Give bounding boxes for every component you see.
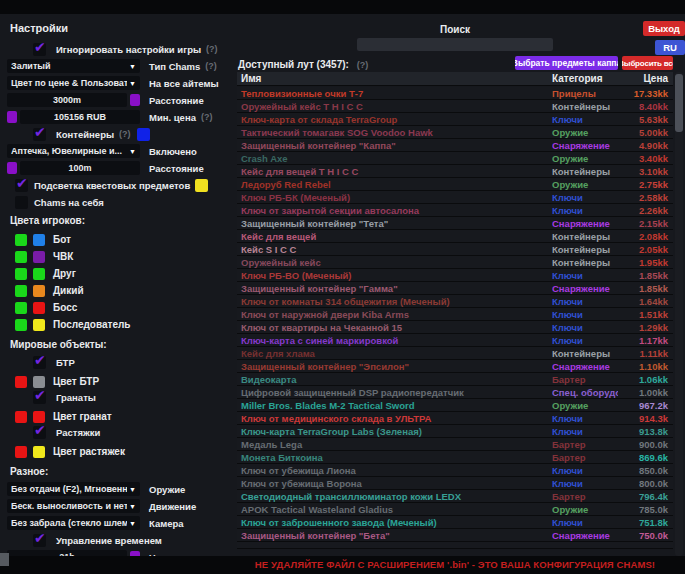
table-row[interactable]: Ключ от комнаты 314 общежития (Меченый)К… <box>237 295 673 308</box>
item-price: 1.51kk <box>618 309 673 320</box>
player-base-color-chip[interactable] <box>15 268 27 280</box>
table-row[interactable]: Ключ от заброшенного завода (Меченый)Клю… <box>237 516 673 529</box>
included-categories-dropdown[interactable]: Аптечка, Ювелирные и... ▼ <box>7 144 140 158</box>
player-base-color-chip[interactable] <box>15 251 27 263</box>
item-category: Ключи <box>552 478 618 489</box>
table-row[interactable]: Оружейный кейс T H I C CКонтейнеры8.40kk <box>237 100 673 113</box>
player-base-color-chip[interactable] <box>15 234 27 246</box>
world-object-checkbox[interactable]: ✔ <box>33 391 46 404</box>
table-row[interactable]: Ключ РБ-ВО (Меченый)Ключи1.85kk <box>237 269 673 282</box>
table-row[interactable]: Кейс для хламаКонтейнеры1.11kk <box>237 347 673 360</box>
item-price: 3.40kk <box>618 153 673 164</box>
table-row[interactable]: Ключ-карта от склада TerraGroupКлючи5.63… <box>237 113 673 126</box>
table-row[interactable]: Светодиодный трансиллюминатор кожи LEDXБ… <box>237 490 673 503</box>
language-button[interactable]: RU <box>655 40 685 55</box>
table-row[interactable]: Кейс для вещей T H I C CКонтейнеры3.10kk <box>237 165 673 178</box>
world-object-checkbox[interactable]: ✔ <box>33 426 46 439</box>
chams-self-checkbox[interactable]: ✔ <box>15 196 28 209</box>
table-row[interactable]: Кейс S I C CКонтейнеры2.05kk <box>237 243 673 256</box>
table-row[interactable]: Цифровой защищенный DSP радиопередатчикС… <box>237 386 673 399</box>
player-color-label: Последователь <box>53 319 131 330</box>
player-color-chip[interactable] <box>33 319 45 331</box>
table-scrollbar[interactable] <box>675 72 683 556</box>
all-items-mode-dropdown[interactable]: Цвет по цене & Пользователь ▼ <box>7 76 140 90</box>
player-color-chip[interactable] <box>33 302 45 314</box>
table-row[interactable]: Защищенный контейнер "Эпсилон"Снаряжение… <box>237 360 673 373</box>
table-row[interactable]: APOK Tactical Wasteland GladiusОружие785… <box>237 503 673 516</box>
player-color-chip[interactable] <box>33 234 45 246</box>
chams-type-dropdown[interactable]: Залитый ▼ <box>7 59 140 73</box>
table-row[interactable]: Монета БиткоинаБартер869.6k <box>237 451 673 464</box>
world-object-color-chip[interactable] <box>15 411 27 423</box>
item-category: Бартер <box>552 452 618 463</box>
misc-dropdown[interactable]: Без забрала (стекло шлема)▼ <box>7 516 140 530</box>
table-row[interactable]: Ключ от закрытой секции автосалонаКлючи2… <box>237 204 673 217</box>
distance-color-chip[interactable] <box>130 94 140 106</box>
player-color-chip[interactable] <box>33 251 45 263</box>
world-object-checkbox[interactable]: ✔ <box>33 356 46 369</box>
table-row[interactable]: Ледоруб Red RebelОружие2.75kk <box>237 178 673 191</box>
world-object-color-chip[interactable] <box>33 446 45 458</box>
table-row[interactable]: Ключ от убежища ЛионаКлючи850.0k <box>237 464 673 477</box>
min-price-slider[interactable]: 105156 RUB <box>20 110 140 124</box>
table-row[interactable]: Тактический томагавк SOG Voodoo HawkОруж… <box>237 126 673 139</box>
quest-highlight-color-chip[interactable] <box>195 179 208 192</box>
time-control-checkbox[interactable]: ✔ <box>33 534 46 547</box>
discard-all-button[interactable]: Выбросить все <box>622 56 673 70</box>
quest-highlight-checkbox[interactable]: ✔ <box>15 179 28 192</box>
table-row[interactable]: Медаль LegaБартер900.0k <box>237 438 673 451</box>
table-row[interactable]: Ключ от квартиры на Чеканной 15Ключи1.29… <box>237 321 673 334</box>
all-items-mode-value: Цвет по цене & Пользователь <box>11 78 127 88</box>
world-object-color-chip[interactable] <box>15 446 27 458</box>
table-row[interactable]: Ключ-карта TerraGroup Labs (Зеленая)Ключ… <box>237 425 673 438</box>
chevron-down-icon: ▼ <box>129 80 136 87</box>
help-hint: (?) <box>119 129 131 139</box>
containers-checkbox[interactable]: ✔ <box>33 128 46 141</box>
table-row[interactable]: Crash AxeОружие3.40kk <box>237 152 673 165</box>
item-category: Ключи <box>552 465 618 476</box>
player-base-color-chip[interactable] <box>15 285 27 297</box>
chevron-down-icon: ▼ <box>129 520 136 527</box>
table-row[interactable]: ВидеокартаБартер1.06kk <box>237 373 673 386</box>
table-row[interactable]: Кейс для вещейКонтейнеры2.08kk <box>237 230 673 243</box>
select-kappa-items-button[interactable]: Выбрать предметы каппа <box>515 56 618 70</box>
distance2-color-chip[interactable] <box>7 162 17 174</box>
item-price: 967.2k <box>618 400 673 411</box>
item-name: Ключ от квартиры на Чеканной 15 <box>237 322 552 333</box>
min-price-value: 105156 RUB <box>54 112 106 122</box>
table-row[interactable]: Ключ-карта с синей маркировкойКлючи1.17k… <box>237 334 673 347</box>
player-color-chip[interactable] <box>33 285 45 297</box>
player-base-color-chip[interactable] <box>15 302 27 314</box>
misc-label: Движение <box>149 501 196 512</box>
table-row[interactable]: Защищенный контейнер "Бета"Снаряжение750… <box>237 529 673 542</box>
min-price-color-chip[interactable] <box>7 111 17 123</box>
table-row[interactable]: Ключ от медицинского склада в УЛЬТРАКлюч… <box>237 412 673 425</box>
table-row[interactable]: Оружейный кейсКонтейнеры1.95kk <box>237 256 673 269</box>
search-input[interactable] <box>357 38 553 51</box>
settings-title: Настройки <box>10 22 233 34</box>
misc-dropdown-value: Без отдачи (F2), Мгновенное п <box>11 484 127 494</box>
misc-dropdown[interactable]: Без отдачи (F2), Мгновенное п▼ <box>7 482 140 496</box>
misc-dropdown[interactable]: Беск. выносливость и нет уста▼ <box>7 499 140 513</box>
item-category: Снаряжение <box>552 140 618 151</box>
scrollbar-thumb[interactable] <box>675 74 683 132</box>
table-row[interactable]: Ключ от убежища ВоронаКлючи800.0k <box>237 477 673 490</box>
min-price-label: Мин. цена <box>149 112 196 123</box>
world-object-color-chip[interactable] <box>15 376 27 388</box>
table-row[interactable]: Защищенный контейнер "Каппа"Снаряжение4.… <box>237 139 673 152</box>
ignore-game-settings-checkbox[interactable]: ✔ <box>33 43 46 56</box>
exit-button[interactable]: Выход <box>643 21 685 36</box>
table-row[interactable]: Тепловизионные очки Т-7Прицелы17.33kk <box>237 87 673 100</box>
table-row[interactable]: Ключ РБ-БК (Меченый)Ключи2.58kk <box>237 191 673 204</box>
item-category: Оружие <box>552 504 618 515</box>
table-row[interactable]: Защищенный контейнер "Тета"Снаряжение2.1… <box>237 217 673 230</box>
containers-color-chip[interactable] <box>137 128 150 141</box>
table-row[interactable]: Ключ от наружной двери Kiba ArmsКлючи1.5… <box>237 308 673 321</box>
distance2-slider[interactable]: 100m <box>20 161 140 175</box>
player-base-color-chip[interactable] <box>15 319 27 331</box>
table-row[interactable]: Защищенный контейнер "Гамма"Снаряжение1.… <box>237 282 673 295</box>
player-color-chip[interactable] <box>33 268 45 280</box>
table-row[interactable]: Miller Bros. Blades M-2 Tactical SwordОр… <box>237 399 673 412</box>
distance-slider[interactable]: 3000m <box>7 93 127 107</box>
item-category: Ключи <box>552 192 618 203</box>
